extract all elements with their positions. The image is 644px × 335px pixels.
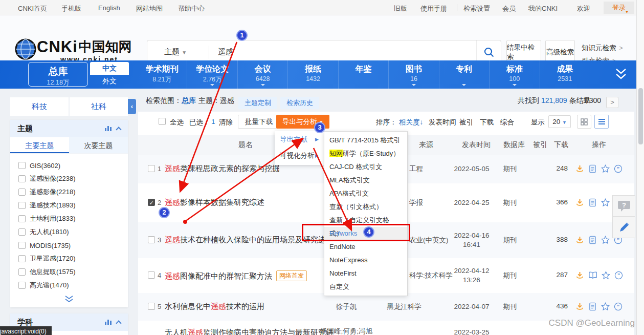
tab-main-topic[interactable]: 主要主题	[10, 137, 69, 153]
row-checkbox[interactable]	[148, 303, 155, 310]
feedback-button[interactable]: ?	[612, 195, 635, 217]
topic-customize-button[interactable]: 主题定制	[238, 97, 277, 109]
download-icon[interactable]	[575, 198, 584, 207]
topic-filter-item[interactable]: 无人机(1810)	[10, 225, 128, 239]
link-my-cnki[interactable]: 我的CNKI	[528, 4, 558, 13]
format-menu-item-estudy[interactable]: 知网研学（原E-Study）	[324, 147, 407, 160]
format-menu-item-cajcd[interactable]: CAJ-CD 格式引文	[324, 160, 407, 174]
book-icon[interactable]	[588, 271, 597, 280]
row-checkbox[interactable]: ✓	[148, 199, 155, 206]
link-manual[interactable]: 使用手册	[420, 4, 447, 13]
download-icon[interactable]	[575, 236, 584, 244]
quote-icon[interactable]: ”	[614, 302, 623, 311]
scope-value[interactable]: 总库	[182, 96, 196, 104]
tab-secondary-topic[interactable]: 次要主题	[69, 137, 128, 153]
nav-item-会议[interactable]: 会议6428	[237, 60, 287, 89]
topic-checkbox[interactable]	[18, 189, 26, 196]
nav-item-成果[interactable]: 成果2531	[540, 60, 590, 89]
sort-relevance[interactable]: 相关度↓	[399, 118, 423, 127]
nav-item-专利[interactable]: 专利	[439, 60, 489, 89]
format-menu-item-gbt77142015[interactable]: GB/T 7714-2015 格式引文	[324, 134, 407, 147]
page-scrollbar[interactable]	[636, 0, 644, 335]
topic-filter-item[interactable]: 遥感图像(2238)	[10, 172, 128, 185]
row-source[interactable]: 学报	[409, 198, 423, 207]
star-icon[interactable]	[602, 271, 610, 280]
col-cited[interactable]: 被引	[533, 140, 547, 150]
download-icon[interactable]	[575, 302, 584, 311]
col-downloads[interactable]: 下载	[554, 140, 568, 150]
sidebar-tab-science[interactable]: 科技	[10, 97, 69, 116]
sidebar-collapse-handle[interactable]: ‹	[128, 99, 136, 114]
select-all-checkbox[interactable]	[159, 118, 166, 125]
link-old-version[interactable]: 旧版	[394, 4, 407, 13]
star-icon[interactable]	[601, 302, 610, 311]
format-menu-item-apa[interactable]: APA格式引文	[324, 187, 407, 200]
page-size-select[interactable]: 20 ▼	[548, 115, 571, 128]
result-title-link[interactable]: 遥感类课程思政元素的探索与挖掘	[165, 164, 280, 174]
link-search-settings[interactable]: 检索设置	[463, 4, 490, 13]
tab-foreign[interactable]: 外文	[90, 75, 129, 87]
link-cnki-home[interactable]: CNKI首页	[18, 4, 47, 13]
col-pubdate[interactable]: 发表时间	[462, 140, 491, 150]
collapse-chevron-icon[interactable]	[116, 127, 121, 132]
topic-checkbox[interactable]	[18, 282, 26, 289]
search-input[interactable]: 遥感	[218, 47, 233, 57]
nav-item-学位论文[interactable]: 学位论文2.76万	[187, 60, 237, 89]
link-mobile[interactable]: 手机版	[61, 4, 81, 13]
row-checkbox[interactable]	[148, 271, 155, 279]
doc-icon[interactable]	[588, 164, 597, 173]
doc-icon[interactable]	[588, 302, 597, 311]
topic-filter-item[interactable]: 卫星遥感(1720)	[10, 252, 128, 265]
grid-view-button[interactable]	[577, 115, 591, 129]
menu-export-literature[interactable]: 导出文献▶	[275, 131, 324, 148]
result-title-link[interactable]: 遥感影像样本数据集研究综述	[165, 198, 264, 207]
row-source[interactable]: 工程	[409, 164, 423, 174]
topic-checkbox[interactable]	[18, 175, 26, 182]
topic-checkbox[interactable]	[18, 215, 26, 222]
scrollbar-thumb[interactable]	[638, 88, 643, 144]
format-menu-item-noteexpress[interactable]: NoteExpress	[324, 254, 407, 267]
bar-chart-icon[interactable]	[105, 320, 112, 325]
sort-comprehensive[interactable]: 综合	[500, 118, 514, 127]
col-title[interactable]: 题名	[238, 140, 253, 150]
quote-icon[interactable]: ”	[614, 271, 623, 280]
result-title-link[interactable]: 遥感图像配准中的群智汇聚方法网络首发	[165, 270, 307, 281]
row-authors[interactable]: 杨国峰;何勇;冯旭	[307, 327, 386, 335]
doc-icon[interactable]	[588, 198, 597, 207]
edit-button[interactable]	[612, 217, 635, 238]
doc-icon[interactable]	[588, 236, 597, 244]
topic-filter-item[interactable]: 遥感影像(2218)	[10, 185, 128, 199]
knowledge-element-search-link[interactable]: 知识元检索>	[582, 44, 623, 53]
sort-downloads[interactable]: 下载	[480, 118, 494, 127]
col-source[interactable]: 来源	[419, 140, 433, 150]
menu-visual-analysis[interactable]: 可视化分析▶	[275, 148, 324, 164]
row-checkbox[interactable]	[148, 165, 155, 172]
col-database[interactable]: 数据库	[503, 140, 525, 150]
list-view-button[interactable]	[594, 115, 609, 129]
clear-selection-button[interactable]: 清除	[219, 118, 233, 127]
sort-cited[interactable]: 被引	[459, 118, 473, 127]
row-checkbox[interactable]	[148, 236, 155, 243]
link-sitemap[interactable]: 网站地图	[136, 4, 163, 13]
topic-filter-item[interactable]: 信息提取(1575)	[10, 265, 128, 279]
download-icon[interactable]	[575, 164, 584, 173]
select-all-label[interactable]: 全选	[170, 118, 184, 127]
topic-checkbox[interactable]	[18, 268, 26, 276]
row-source[interactable]: 黑龙江科学	[366, 302, 442, 311]
search-scope-select[interactable]: 主题 ▼	[164, 47, 187, 57]
sidebar-tab-social[interactable]: 社科	[70, 97, 128, 116]
format-menu-item-[interactable]: 自定义	[324, 280, 407, 294]
nav-item-标准[interactable]: 标准100	[489, 60, 539, 89]
sort-pubdate[interactable]: 发表时间	[429, 118, 456, 127]
nav-more-chevron-icon[interactable]	[612, 68, 630, 83]
link-help-center[interactable]: 帮助中心	[178, 4, 205, 13]
col-actions[interactable]: 操作	[592, 140, 606, 150]
star-icon[interactable]	[601, 236, 610, 244]
topic-checkbox[interactable]	[18, 228, 26, 236]
format-menu-item-notefirst[interactable]: NoteFirst	[324, 267, 407, 280]
search-history-button[interactable]: 检索历史	[280, 97, 319, 109]
topic-filter-item[interactable]: 遥感技术(1893)	[10, 199, 128, 212]
nav-item-年鉴[interactable]: 年鉴	[338, 60, 388, 89]
batch-download-button[interactable]: 批量下载	[238, 115, 280, 129]
tab-chinese[interactable]: 中文	[90, 62, 129, 75]
